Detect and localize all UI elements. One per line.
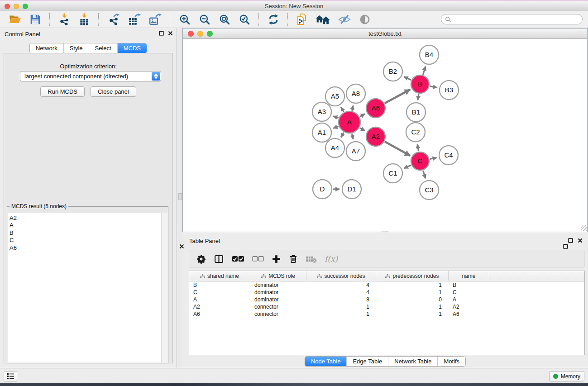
graph-edge-A-A5[interactable] xyxy=(341,107,344,112)
column-header-shared-name[interactable]: shared name xyxy=(189,271,250,281)
graph-node-C4[interactable]: C4 xyxy=(439,146,458,165)
graph-edge-A-A8[interactable] xyxy=(352,105,354,110)
graph-edge-A-A1[interactable] xyxy=(333,126,338,128)
result-item[interactable]: A xyxy=(10,222,167,229)
graph-node-A2[interactable]: A2 xyxy=(366,127,385,146)
export-table-button[interactable] xyxy=(126,12,143,27)
table-row[interactable]: Adominator80A xyxy=(189,296,584,303)
table-row[interactable]: Bdominator41B xyxy=(189,281,584,289)
close-table-panel-icon[interactable] xyxy=(578,238,583,243)
export-image-button[interactable] xyxy=(147,12,163,27)
minimize-window-button[interactable] xyxy=(14,4,19,9)
graph-node-A5[interactable]: A5 xyxy=(325,87,344,106)
graph-edge-C-C4[interactable] xyxy=(430,157,437,159)
graph-edge-C-C1[interactable] xyxy=(404,165,411,168)
float-table-panel-icon[interactable] xyxy=(563,244,568,249)
column-header-predecessor-nodes[interactable]: predecessor nodes xyxy=(376,271,449,281)
graph-node-A3[interactable]: A3 xyxy=(312,102,331,121)
home-button[interactable] xyxy=(314,13,332,26)
column-header-mcds-role[interactable]: MCDS role xyxy=(250,271,306,281)
deselect-all-button[interactable] xyxy=(252,256,264,262)
graph-node-D[interactable]: D xyxy=(313,180,332,199)
column-header-name[interactable]: name xyxy=(449,271,489,281)
graph-edge-B-B1[interactable] xyxy=(418,94,419,100)
graph-edge-C-C2[interactable] xyxy=(417,144,418,152)
graph-node-D1[interactable]: D1 xyxy=(342,180,361,199)
import-network-button[interactable] xyxy=(57,12,72,27)
close-window-button[interactable] xyxy=(5,4,10,9)
graph-node-A8[interactable]: A8 xyxy=(346,84,365,103)
graph-edge-A-A4[interactable] xyxy=(341,133,344,138)
result-item[interactable]: B xyxy=(10,229,167,237)
graph-node-A6[interactable]: A6 xyxy=(366,99,385,118)
float-panel-icon[interactable] xyxy=(159,31,164,36)
function-builder-button[interactable]: f(x) xyxy=(325,254,338,263)
graph-node-C3[interactable]: C3 xyxy=(420,181,439,200)
search-input[interactable] xyxy=(454,16,578,23)
graph-node-B[interactable]: B xyxy=(411,75,429,93)
graph-edge-B-B4[interactable] xyxy=(423,67,425,75)
select-all-button[interactable] xyxy=(232,256,244,262)
tab-network[interactable]: Network xyxy=(30,43,63,53)
result-item[interactable]: A6 xyxy=(10,244,167,252)
table-row[interactable]: Cdominator41C xyxy=(189,289,584,296)
graph-node-A7[interactable]: A7 xyxy=(346,142,365,161)
graph-edge-C-C3[interactable] xyxy=(423,171,425,178)
graph-node-B1[interactable]: B1 xyxy=(406,103,425,122)
create-column-button[interactable] xyxy=(272,254,281,264)
network-minimize-button[interactable] xyxy=(197,31,203,37)
window-resize-grip[interactable] xyxy=(581,225,587,231)
graph-edge-A6-B[interactable] xyxy=(385,90,410,103)
table-row[interactable]: A6connector11A6 xyxy=(189,310,584,318)
network-zoom-button[interactable] xyxy=(207,31,213,37)
graph-edge-A2-C[interactable] xyxy=(385,142,410,156)
graph-node-A1[interactable]: A1 xyxy=(312,123,331,142)
tab-edge-table[interactable]: Edge Table xyxy=(346,357,388,366)
delete-table-button[interactable] xyxy=(306,255,317,263)
graph-node-A[interactable]: A xyxy=(339,111,360,133)
tab-network-table[interactable]: Network Table xyxy=(388,357,437,366)
import-table-button[interactable] xyxy=(76,12,92,27)
network-canvas[interactable]: B4B2BB3B1A5A8A6A3AA1C2A2A4A7CC4C1C3DD1 xyxy=(183,39,587,232)
graph-node-B3[interactable]: B3 xyxy=(440,81,459,100)
toggle-columns-button[interactable] xyxy=(214,254,224,264)
graph-edge-A-A7[interactable] xyxy=(352,133,354,139)
close-panel-icon[interactable] xyxy=(168,31,173,36)
result-item[interactable]: C xyxy=(10,237,167,244)
graph-node-B4[interactable]: B4 xyxy=(420,45,439,64)
table-settings-button[interactable] xyxy=(196,254,206,264)
task-history-button[interactable] xyxy=(4,371,17,381)
network-window-titlebar[interactable]: testGlobe.txt xyxy=(183,29,587,39)
graph-node-C[interactable]: C xyxy=(411,152,429,170)
graph-node-B2[interactable]: B2 xyxy=(383,62,402,81)
open-session-button[interactable] xyxy=(7,13,23,26)
table-row[interactable]: A2connector11A2 xyxy=(189,303,584,310)
graph-edge-B-B3[interactable] xyxy=(430,86,437,87)
delete-column-button[interactable] xyxy=(289,254,298,264)
network-close-button[interactable] xyxy=(188,31,194,37)
result-list-scrollbar[interactable] xyxy=(161,213,167,362)
graph-edge-A-A3[interactable] xyxy=(333,116,338,118)
zoom-fit-button[interactable] xyxy=(217,13,232,26)
vertical-splitter-handle[interactable] xyxy=(178,193,182,200)
graph-node-C2[interactable]: C2 xyxy=(406,123,425,142)
memory-button[interactable]: Memory xyxy=(549,371,584,381)
duplicate-network-button[interactable] xyxy=(295,12,309,27)
show-panel-button[interactable] xyxy=(357,13,373,26)
close-table-panel-icon[interactable] xyxy=(179,244,184,249)
result-item[interactable]: A2 xyxy=(10,214,167,222)
graph-edge-A-A2[interactable] xyxy=(360,128,365,131)
export-network-button[interactable] xyxy=(105,12,122,27)
tab-style[interactable]: Style xyxy=(63,43,89,53)
refresh-layout-button[interactable] xyxy=(266,13,281,26)
tab-motifs[interactable]: Motifs xyxy=(437,357,465,366)
save-session-button[interactable] xyxy=(28,13,43,26)
criterion-dropdown[interactable]: largest connected component (directed) xyxy=(20,71,161,81)
zoom-selected-button[interactable] xyxy=(237,13,252,26)
graph-edge-B-B2[interactable] xyxy=(404,76,411,80)
graph-edge-A-A6[interactable] xyxy=(360,114,365,117)
search-box[interactable] xyxy=(441,14,583,24)
tab-mcds[interactable]: MCDS xyxy=(117,43,147,53)
zoom-out-button[interactable] xyxy=(197,13,212,26)
hide-panel-button[interactable] xyxy=(336,13,353,26)
